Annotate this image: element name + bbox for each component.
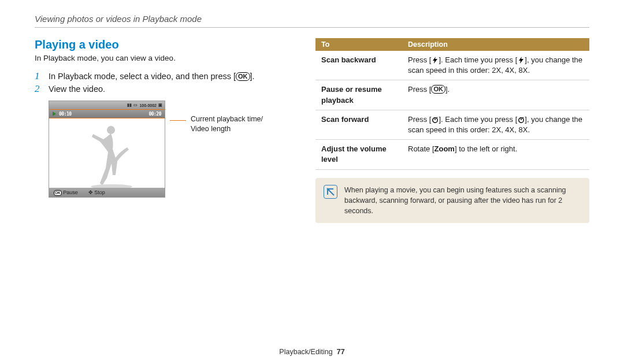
callout-line-1: Current playback time/ bbox=[191, 115, 263, 123]
zoom-bold: Zoom bbox=[434, 144, 455, 153]
desc-pre: Press [ bbox=[408, 85, 431, 94]
file-number: 100-0002 bbox=[139, 103, 157, 107]
timer-icon bbox=[517, 114, 525, 125]
row-desc: Press []. Each time you press [], you ch… bbox=[402, 110, 589, 139]
table-header-row: To Description bbox=[315, 38, 589, 51]
intro-text: In Playback mode, you can view a video. bbox=[35, 54, 295, 62]
row-key: Scan forward bbox=[315, 110, 402, 139]
playback-current-time: 00:10 bbox=[59, 112, 72, 117]
step-text: View the video. bbox=[49, 84, 295, 94]
right-column: To Description Scan backward Press []. E… bbox=[315, 38, 589, 223]
step-number: 1 bbox=[35, 70, 43, 82]
sd-icon: ▭ bbox=[133, 103, 138, 107]
timer-icon bbox=[431, 114, 439, 125]
playback-total-time: 00:20 bbox=[148, 112, 161, 117]
step-1-post: ]. bbox=[250, 72, 255, 81]
table-row: Scan forward Press []. Each time you pre… bbox=[315, 110, 589, 139]
screenshot-video-frame bbox=[49, 118, 165, 188]
callout-leader-line bbox=[170, 120, 186, 121]
video-icon: ▣ bbox=[158, 103, 162, 107]
footer-page-number: 77 bbox=[337, 348, 345, 356]
dancer-silhouette-icon bbox=[84, 123, 147, 188]
step-1-pre: In Playback mode, select a video, and th… bbox=[49, 72, 236, 81]
page: Viewing photos or videos in Playback mod… bbox=[0, 0, 624, 364]
footer-section: Playback/Editing bbox=[279, 348, 332, 356]
svg-point-1 bbox=[91, 184, 132, 188]
note-icon bbox=[324, 185, 337, 199]
controls-table: To Description Scan backward Press []. E… bbox=[315, 38, 589, 170]
desc-pre: Press [ bbox=[408, 55, 431, 64]
ok-button-icon: OK bbox=[431, 85, 445, 94]
screenshot-bottom-bar: OK Pause ✥ Stop bbox=[49, 188, 165, 197]
row-key: Scan backward bbox=[315, 51, 402, 80]
step-number: 2 bbox=[35, 83, 43, 95]
desc-post: ]. bbox=[445, 85, 450, 94]
col-to: To bbox=[315, 38, 402, 51]
col-description: Description bbox=[402, 38, 589, 51]
screenshot-time-bar: 00:10 00:20 bbox=[49, 109, 165, 118]
play-icon bbox=[53, 112, 56, 116]
table-row: Scan backward Press []. Each time you pr… bbox=[315, 51, 589, 80]
desc-post: ] to the left or right. bbox=[455, 144, 517, 153]
row-desc: Press [OK]. bbox=[402, 80, 589, 110]
row-desc: Press []. Each time you press [], you ch… bbox=[402, 51, 589, 80]
ok-mini-icon: OK bbox=[54, 190, 62, 196]
row-key: Adjust the volume level bbox=[315, 140, 402, 169]
flash-icon bbox=[431, 55, 439, 65]
page-footer: Playback/Editing 77 bbox=[0, 348, 624, 356]
stop-hint: ✥ Stop bbox=[88, 190, 105, 195]
table-row: Adjust the volume level Rotate [Zoom] to… bbox=[315, 140, 589, 169]
two-column-layout: Playing a video In Playback mode, you ca… bbox=[35, 38, 589, 223]
row-key: Pause or resume playback bbox=[315, 80, 402, 110]
camera-screenshot: ▮▮ ▭ 100-0002 ▣ 00:10 00:20 bbox=[49, 101, 165, 198]
svg-point-0 bbox=[107, 126, 115, 134]
battery-icon: ▮▮ bbox=[127, 103, 132, 107]
pause-hint: OK Pause bbox=[54, 190, 78, 196]
stop-mini-icon: ✥ bbox=[88, 190, 93, 195]
ok-button-icon: OK bbox=[236, 72, 250, 81]
flash-icon bbox=[517, 55, 525, 65]
screenshot-status-bar: ▮▮ ▭ 100-0002 ▣ bbox=[49, 101, 165, 109]
divider bbox=[35, 27, 589, 28]
note-text: When playing a movie, you can begin usin… bbox=[344, 185, 581, 216]
step-2: 2 View the video. bbox=[35, 83, 295, 95]
callout-text: Current playback time/ Video length bbox=[191, 114, 263, 198]
section-title: Playing a video bbox=[35, 38, 295, 51]
breadcrumb: Viewing photos or videos in Playback mod… bbox=[35, 14, 589, 24]
pause-label: Pause bbox=[63, 190, 78, 195]
table-row: Pause or resume playback Press [OK]. bbox=[315, 80, 589, 110]
row-desc: Rotate [Zoom] to the left or right. bbox=[402, 140, 589, 169]
desc-pre: Press [ bbox=[408, 115, 431, 124]
desc-pre: Rotate [ bbox=[408, 144, 434, 153]
stop-label: Stop bbox=[94, 190, 105, 195]
step-1: 1 In Playback mode, select a video, and … bbox=[35, 70, 295, 82]
desc-mid: ]. Each time you press [ bbox=[439, 115, 517, 124]
step-text: In Playback mode, select a video, and th… bbox=[49, 72, 295, 81]
callout-line-2: Video length bbox=[191, 125, 231, 133]
screenshot-with-callout: ▮▮ ▭ 100-0002 ▣ 00:10 00:20 bbox=[49, 101, 295, 198]
note-box: When playing a movie, you can begin usin… bbox=[315, 178, 589, 223]
desc-mid: ]. Each time you press [ bbox=[439, 55, 517, 64]
left-column: Playing a video In Playback mode, you ca… bbox=[35, 38, 295, 223]
